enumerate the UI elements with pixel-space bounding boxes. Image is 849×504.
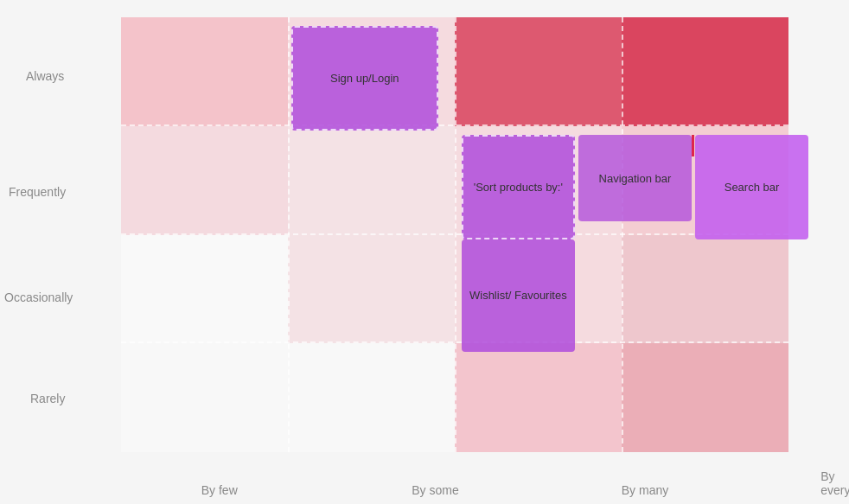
cell-0-2 [455,17,622,126]
y-label-frequently: Frequently [9,185,66,199]
cell-0-0 [121,17,288,126]
feature-navigation-bar: Navigation bar [578,135,692,222]
x-label-by-some: By some [412,483,458,497]
cell-3-2 [455,343,622,452]
cell-1-1 [288,126,455,235]
cell-3-1 [288,343,455,452]
feature-sort-products: 'Sort products by:' [462,135,575,239]
y-label-rarely: Rarely [30,392,65,405]
cell-2-3 [622,235,788,344]
red-divider [692,135,694,156]
chart-area: Sign up/Login 'Sort products by:' Naviga… [121,17,788,452]
x-label-by-many: By many [622,483,668,497]
y-label-occasionally: Occasionally [4,290,73,304]
cell-3-0 [121,343,288,452]
cell-3-3 [622,343,788,452]
y-label-always: Always [26,69,64,83]
cell-2-0 [121,235,288,344]
feature-wishlist: Wishlist/ Favourites [462,239,575,353]
x-label-by-everyone: By everyone [820,469,849,497]
feature-search-bar: Search bar [695,135,808,239]
cell-2-1 [288,235,455,344]
chart-container: Always Frequently Occasionally Rarely [0,0,849,504]
cell-1-0 [121,126,288,235]
x-label-by-few: By few [201,483,238,497]
feature-sign-up-login: Sign up/Login [291,26,438,131]
cell-0-3 [622,17,788,126]
